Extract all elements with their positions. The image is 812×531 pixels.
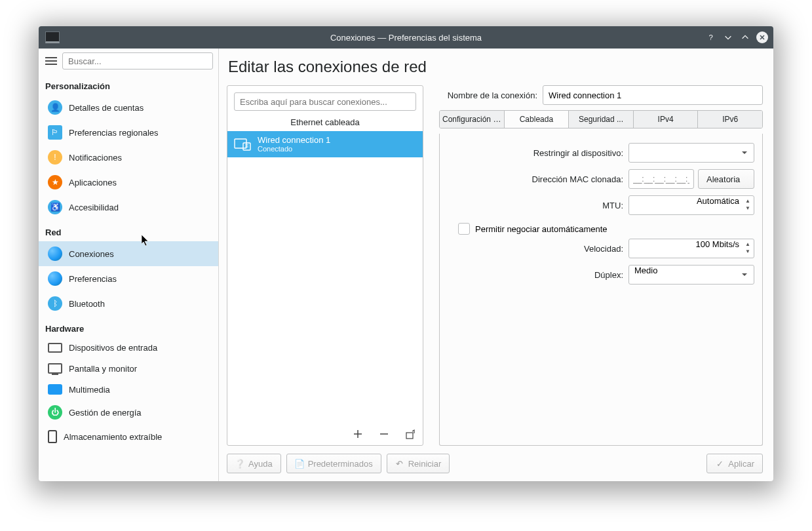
section-personalizacion: Personalización xyxy=(39,73,218,95)
tabs: Configuración g... Cableada Seguridad ..… xyxy=(439,110,763,128)
svg-rect-1 xyxy=(235,139,246,148)
power-icon: ⏻ xyxy=(48,405,62,420)
sidebar-item-label: Dispositivos de entrada xyxy=(69,343,157,353)
page-title: Editar las conexiones de red xyxy=(228,58,763,76)
autonegotiate-label: Permitir negociar automáticamente xyxy=(475,224,608,234)
svg-text:?: ? xyxy=(709,33,713,41)
globe-icon xyxy=(48,271,62,286)
sidebar-item-label: Accesibilidad xyxy=(69,203,119,212)
minimize-icon[interactable] xyxy=(722,31,734,43)
keyboard-icon xyxy=(48,343,62,353)
help-icon[interactable]: ? xyxy=(705,31,717,43)
svg-rect-3 xyxy=(406,433,413,439)
section-red: Red xyxy=(39,220,218,241)
chevron-up-icon[interactable]: ▲ xyxy=(744,198,751,205)
sidebar-item-label: Preferencias xyxy=(69,274,117,284)
mtu-label: MTU: xyxy=(448,201,623,210)
sidebar-item-multimedia[interactable]: Multimedia xyxy=(39,379,218,400)
globe-icon xyxy=(48,246,62,261)
sidebar: Personalización 👤 Detalles de cuentas 🏳 … xyxy=(39,49,219,481)
restrict-device-combo[interactable] xyxy=(628,143,754,163)
chevron-up-icon[interactable]: ▲ xyxy=(744,241,751,248)
ethernet-icon xyxy=(234,137,251,151)
connection-category: Ethernet cableada xyxy=(227,115,423,131)
sidebar-item-conexiones[interactable]: Conexiones xyxy=(39,241,218,266)
tab-cableada[interactable]: Cableada xyxy=(505,111,570,128)
undo-icon: ↶ xyxy=(395,459,404,468)
sidebar-item-label: Detalles de cuentas xyxy=(69,103,144,113)
duplex-combo[interactable]: Medio xyxy=(628,265,754,285)
sidebar-item-accesibilidad[interactable]: ♿ Accesibilidad xyxy=(39,195,218,220)
sidebar-search-input[interactable] xyxy=(62,52,213,69)
hamburger-icon[interactable] xyxy=(44,54,58,68)
help-button[interactable]: ❔ Ayuda xyxy=(227,454,281,473)
media-icon xyxy=(48,384,62,395)
autonegotiate-checkbox[interactable] xyxy=(458,223,470,235)
tab-general[interactable]: Configuración g... xyxy=(440,111,505,128)
tab-seguridad[interactable]: Seguridad ... xyxy=(569,111,634,128)
export-connection-button[interactable] xyxy=(404,428,416,440)
star-icon: ★ xyxy=(48,175,62,189)
document-icon: 📄 xyxy=(295,459,304,468)
section-hardware: Hardware xyxy=(39,316,218,338)
sidebar-item-dispositivos-entrada[interactable]: Dispositivos de entrada xyxy=(39,338,218,358)
accessibility-icon: ♿ xyxy=(48,200,62,214)
sidebar-item-preferencias-red[interactable]: Preferencias xyxy=(39,266,218,291)
duplex-label: Dúplex: xyxy=(448,270,623,280)
speed-label: Velocidad: xyxy=(448,244,623,254)
monitor-icon xyxy=(48,363,62,374)
wired-settings-box: Restringir al dispositivo: Dirección MAC… xyxy=(439,134,763,446)
bell-icon: ! xyxy=(48,150,62,165)
main-panel: Editar las conexiones de red Ethernet ca… xyxy=(219,49,773,481)
window-title: Conexiones — Preferencias del sistema xyxy=(39,33,773,43)
connection-name-label: Nombre de la conexión: xyxy=(439,90,537,100)
sidebar-item-label: Pantalla y monitor xyxy=(69,364,137,374)
restrict-label: Restringir al dispositivo: xyxy=(448,148,623,158)
random-mac-button[interactable]: Aleatoria xyxy=(698,169,754,189)
sidebar-item-pantalla-monitor[interactable]: Pantalla y monitor xyxy=(39,358,218,379)
connection-name-input[interactable] xyxy=(543,85,763,105)
chevron-down-icon[interactable]: ▼ xyxy=(744,248,751,255)
apply-button[interactable]: ✓ Aplicar xyxy=(706,454,763,473)
check-icon: ✓ xyxy=(715,459,724,468)
chevron-down-icon[interactable]: ▼ xyxy=(744,205,751,212)
mac-label: Dirección MAC clonada: xyxy=(448,174,623,184)
sidebar-item-label: Preferencias regionales xyxy=(69,128,159,138)
sidebar-item-preferencias-regionales[interactable]: 🏳 Preferencias regionales xyxy=(39,120,218,145)
remove-connection-button[interactable] xyxy=(378,428,390,440)
sidebar-item-label: Aplicaciones xyxy=(69,178,117,187)
sidebar-item-label: Multimedia xyxy=(69,385,110,395)
speed-spinbox[interactable]: 100 Mbits/s ▲▼ xyxy=(628,239,754,258)
sidebar-item-notificaciones[interactable]: ! Notificaciones xyxy=(39,145,218,170)
tab-ipv6[interactable]: IPv6 xyxy=(698,111,762,128)
connection-item-wired[interactable]: Wired connection 1 Conectado xyxy=(227,131,423,157)
connection-search-input[interactable] xyxy=(234,92,416,111)
sidebar-item-bluetooth[interactable]: ᛒ Bluetooth xyxy=(39,291,218,316)
usb-icon xyxy=(48,430,57,443)
mtu-spinbox[interactable]: Automática ▲▼ xyxy=(628,195,754,215)
reset-button[interactable]: ↶ Reiniciar xyxy=(387,454,450,473)
connection-name: Wired connection 1 xyxy=(258,136,330,145)
sidebar-item-gestion-energia[interactable]: ⏻ Gestión de energía xyxy=(39,400,218,425)
user-icon: 👤 xyxy=(48,100,62,115)
tab-ipv4[interactable]: IPv4 xyxy=(634,111,699,128)
bottom-button-bar: ❔ Ayuda 📄 Predeterminados ↶ Reiniciar ✓ … xyxy=(227,446,763,473)
connection-details-panel: Nombre de la conexión: Configuración g..… xyxy=(439,85,763,446)
sidebar-item-label: Conexiones xyxy=(69,249,114,259)
sidebar-item-label: Gestión de energía xyxy=(69,408,142,418)
mac-input[interactable] xyxy=(628,169,694,189)
sidebar-item-label: Notificaciones xyxy=(69,153,122,163)
add-connection-button[interactable] xyxy=(352,428,364,440)
sidebar-item-aplicaciones[interactable]: ★ Aplicaciones xyxy=(39,170,218,195)
titlebar: Conexiones — Preferencias del sistema ? xyxy=(39,26,773,49)
sidebar-item-detalles-cuentas[interactable]: 👤 Detalles de cuentas xyxy=(39,95,218,120)
system-settings-window: Conexiones — Preferencias del sistema ? xyxy=(39,26,773,481)
connection-status: Conectado xyxy=(258,145,330,153)
defaults-button[interactable]: 📄 Predeterminados xyxy=(286,454,381,473)
sidebar-item-label: Almacenamiento extraíble xyxy=(64,432,162,442)
close-icon[interactable] xyxy=(756,31,768,43)
maximize-icon[interactable] xyxy=(739,31,751,43)
connection-list-panel: Ethernet cableada Wired connection 1 Con… xyxy=(227,85,423,446)
flag-icon: 🏳 xyxy=(48,125,62,140)
sidebar-item-almacenamiento[interactable]: Almacenamiento extraíble xyxy=(39,425,218,448)
